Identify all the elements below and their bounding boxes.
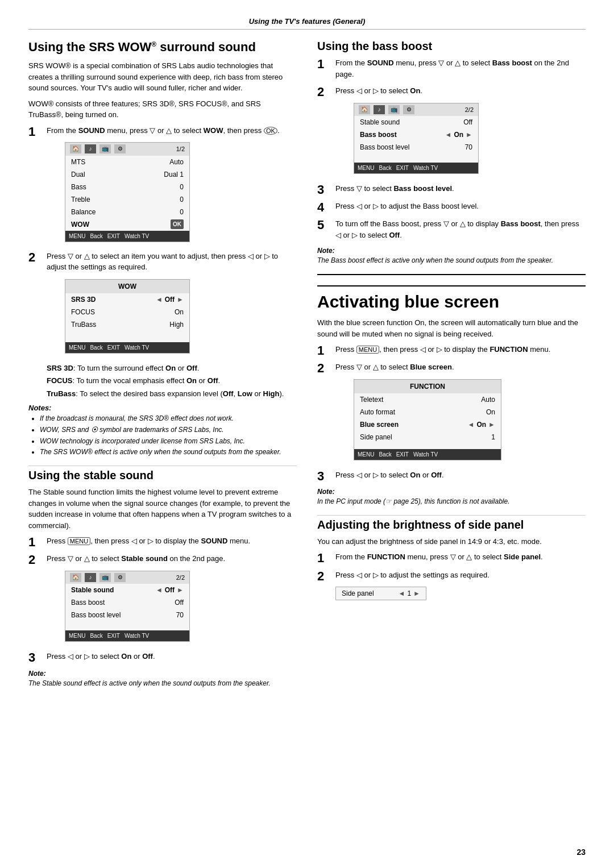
menu-title-bar-bass: 🏠 ♪ 📺 ⚙ 2/2 xyxy=(354,103,478,117)
stable-step-2-text: Press ▽ or △ to select Stable sound on t… xyxy=(47,553,297,646)
bass-note-text: The Bass boost effect is active only whe… xyxy=(317,256,586,265)
bass-row-stable: Stable soundOff xyxy=(354,116,478,128)
srs-notes-title: Notes: xyxy=(28,404,297,412)
page-number: 23 xyxy=(576,848,586,857)
wow-row-focus: FOCUSOn xyxy=(65,306,189,318)
side-step-2-text: Press ◁ or ▷ to adjust the settings as r… xyxy=(335,570,586,605)
two-col-layout: Using the SRS WOW® surround sound SRS WO… xyxy=(28,40,586,692)
bass-step-num-4: 4 xyxy=(317,201,335,214)
stable-step3-list: 3 Press ◁ or ▷ to select On or Off. xyxy=(28,651,297,665)
side-panel-steps: 1 From the FUNCTION menu, press ▽ or △ t… xyxy=(317,551,586,605)
bass-step-4-text: Press ◁ or ▷ to adjust the Bass boost le… xyxy=(335,201,586,214)
menu-box-side-panel: Side panel ◄ 1 ► xyxy=(335,587,426,600)
blue-step-2: 2 Press ▽ or △ to select Blue screen. FU… xyxy=(317,362,586,465)
bass-step-2: 2 Press ◁ or ▷ to select On. 🏠 ♪ 📺 ⚙ xyxy=(317,85,586,178)
menu-box-function: FUNCTION TeletextAuto Auto formatOn Blue… xyxy=(354,379,501,460)
bass-step-4: 4 Press ◁ or ▷ to adjust the Bass boost … xyxy=(317,201,586,214)
bass-steps-345: 3 Press ▽ to select Bass boost level. 4 … xyxy=(317,183,586,242)
stable-row-bassboost: Bass boostOff xyxy=(65,596,189,609)
menu-title-bar-sound: 🏠 ♪ 📺 ⚙ 1/2 xyxy=(65,143,189,156)
bass-row-basslevel: Bass boost level70 xyxy=(354,141,478,153)
blue-step-num-2: 2 xyxy=(317,362,335,375)
wow-menu-footer: MENUBackEXITWatch TV xyxy=(65,342,189,353)
stable-icon-home: 🏠 xyxy=(70,573,81,582)
menu-title-bar-stable: 🏠 ♪ 📺 ⚙ 2/2 xyxy=(65,571,189,584)
srs-step-2-text: Press ▽ or △ to select an item you want … xyxy=(47,251,297,358)
blue-screen-heading: Activating blue screen xyxy=(317,285,586,312)
sound-row-mts: MTSAuto xyxy=(65,156,189,168)
sound-row-wow: WOWOK xyxy=(65,218,189,231)
bass-steps: 1 From the SOUND menu, press ▽ or △ to s… xyxy=(317,57,586,178)
blue-step3-list: 3 Press ◁ or ▷ to select On or Off. xyxy=(317,470,586,483)
icon-sound: ♪ xyxy=(85,144,96,153)
stable-row-stable: Stable sound◄Off► xyxy=(65,584,189,596)
stable-note-title: Note: xyxy=(28,670,297,678)
bass-step-3: 3 Press ▽ to select Bass boost level. xyxy=(317,183,586,197)
divider-stable xyxy=(28,466,297,466)
col-right: Using the bass boost 1 From the SOUND me… xyxy=(317,40,586,692)
sound-page-num: 1/2 xyxy=(176,144,185,154)
bass-step-num-2: 2 xyxy=(317,85,335,99)
blue-screen-para: With the blue screen function On, the sc… xyxy=(317,317,586,339)
function-row-autoformat: Auto formatOn xyxy=(354,406,501,418)
stable-steps: 1 Press MENU, then press ◁ or ▷ to displ… xyxy=(28,535,297,646)
sound-row-treble: Treble0 xyxy=(65,193,189,206)
menu-title-bar-function: FUNCTION xyxy=(354,380,501,393)
bass-row-bassboost: Bass boost◄On► xyxy=(354,128,478,141)
side-panel-para: You can adjust the brightness of side pa… xyxy=(317,536,586,547)
side-panel-heading: Adjusting the brightness of side panel xyxy=(317,518,586,531)
stable-step-num-1: 1 xyxy=(28,535,47,549)
sound-row-balance: Balance0 xyxy=(65,206,189,218)
blue-note-title: Note: xyxy=(317,488,586,496)
blue-step-2-text: Press ▽ or △ to select Blue screen. FUNC… xyxy=(335,362,586,465)
stable-step-1-text: Press MENU, then press ◁ or ▷ to display… xyxy=(47,535,297,549)
menu-box-sound: 🏠 ♪ 📺 ⚙ 1/2 MTSAuto DualDual 1 Bass0 Tre xyxy=(65,142,190,242)
bass-step-3-text: Press ▽ to select Bass boost level. xyxy=(335,183,586,196)
stable-row-basslevel: Bass boost level70 xyxy=(65,609,189,621)
menu-box-wow: WOW SRS 3D◄Off► FOCUSOn TruBassHigh MENU… xyxy=(65,279,190,354)
srs-note-3: WOW technology is incorporated under lic… xyxy=(40,437,297,446)
col-left: Using the SRS WOW® surround sound SRS WO… xyxy=(28,40,297,692)
bass-step-5-text: To turn off the Bass boost, press ▽ or △… xyxy=(335,218,586,242)
page: Using the TV's features (General) Using … xyxy=(0,0,614,868)
step-num-1: 1 xyxy=(28,125,47,139)
stable-step-3: 3 Press ◁ or ▷ to select On or Off. xyxy=(28,651,297,665)
function-row-bluescreen: Blue screen◄On► xyxy=(354,418,501,431)
bass-menu-footer: MENUBackEXITWatch TV xyxy=(354,163,478,173)
bass-icon-settings: ⚙ xyxy=(403,105,414,114)
wow-label-descs: SRS 3D: To turn the surround effect On o… xyxy=(47,363,297,400)
srs-notes-box: Notes: If the broadcast is monaural, the… xyxy=(28,404,297,457)
blue-step-3: 3 Press ◁ or ▷ to select On or Off. xyxy=(317,470,586,483)
blue-screen-steps: 1 Press MENU, then press ◁ or ▷ to displ… xyxy=(317,344,586,465)
side-step-1-text: From the FUNCTION menu, press ▽ or △ to … xyxy=(335,551,586,564)
bass-icon-tv: 📺 xyxy=(388,105,400,114)
bass-step-num-3: 3 xyxy=(317,183,335,197)
stable-step-num-3: 3 xyxy=(28,651,47,665)
bass-heading: Using the bass boost xyxy=(317,40,586,53)
bass-note-title: Note: xyxy=(317,247,586,255)
side-step-num-1: 1 xyxy=(317,551,335,565)
function-row-teletext: TeletextAuto xyxy=(354,393,501,406)
stable-step-2: 2 Press ▽ or △ to select Stable sound on… xyxy=(28,553,297,646)
icon-home: 🏠 xyxy=(70,144,81,153)
blue-step-num-3: 3 xyxy=(317,470,335,483)
menu-box-stable: 🏠 ♪ 📺 ⚙ 2/2 Stable sound◄Off► Bass boost… xyxy=(65,571,190,642)
bass-step-5: 5 To turn off the Bass boost, press ▽ or… xyxy=(317,218,586,242)
sound-row-bass: Bass0 xyxy=(65,181,189,193)
sound-menu-footer: MENUBackEXITWatch TV xyxy=(65,231,189,242)
srs-step-2: 2 Press ▽ or △ to select an item you wan… xyxy=(28,251,297,358)
icon-tv: 📺 xyxy=(99,144,111,153)
wow-row-srs3d: SRS 3D◄Off► xyxy=(65,293,189,306)
srs-notes-list: If the broadcast is monaural, the SRS 3D… xyxy=(40,414,297,457)
srs-para1: SRS WOW® is a special combination of SRS… xyxy=(28,60,297,94)
bass-page-num: 2/2 xyxy=(465,105,474,115)
side-step-2: 2 Press ◁ or ▷ to adjust the settings as… xyxy=(317,570,586,605)
stable-step-num-2: 2 xyxy=(28,553,47,567)
stable-step-3-text: Press ◁ or ▷ to select On or Off. xyxy=(47,651,297,664)
srs-note-1: If the broadcast is monaural, the SRS 3D… xyxy=(40,414,297,423)
bass-step-1-text: From the SOUND menu, press ▽ or △ to sel… xyxy=(335,57,586,81)
bass-icon-sound: ♪ xyxy=(374,105,385,114)
menu-icons-sound: 🏠 ♪ 📺 ⚙ xyxy=(70,144,126,153)
step-num-2: 2 xyxy=(28,251,47,264)
stable-note-text: The Stable sound effect is active only w… xyxy=(28,679,297,688)
